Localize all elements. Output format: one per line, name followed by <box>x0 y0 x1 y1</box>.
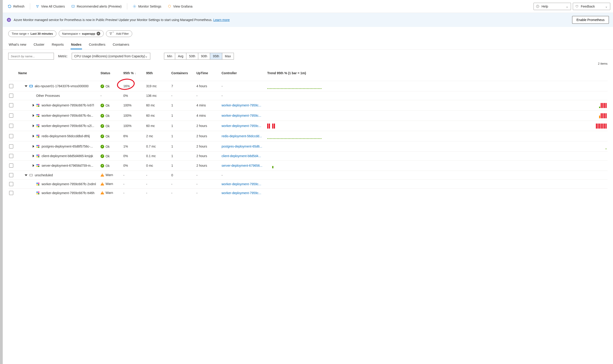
cell-trend <box>266 191 608 195</box>
table-row: worker-deployment-7959c687fc-tt46hWarn--… <box>8 188 608 197</box>
tab-reports[interactable]: Reports <box>51 41 65 49</box>
controller-link[interactable]: client-deployment-b8d5d4... <box>222 154 261 158</box>
segment-max[interactable]: Max <box>222 53 234 59</box>
view-clusters-button[interactable]: View All Clusters <box>33 3 67 10</box>
expand-toggle[interactable] <box>33 104 34 107</box>
controller-link[interactable]: worker-deployment-7959c... <box>222 191 261 195</box>
table-row: server-deployment-679656d759-m...✓Ok0%0 … <box>8 160 608 170</box>
tab-controllers[interactable]: Controllers <box>88 41 106 49</box>
monitor-settings-label: Monitor Settings <box>138 5 161 8</box>
toolbar-divider <box>30 3 30 10</box>
feedback-dropdown[interactable]: Feedback ⌄ <box>573 3 610 10</box>
cell-uptime: - <box>196 189 221 197</box>
col-trend[interactable]: Trend 95th % (1 bar = 1m) <box>266 69 608 77</box>
controller-link[interactable]: worker-deployment-7959c... <box>222 114 261 117</box>
segment-95th[interactable]: 95th <box>210 53 222 59</box>
cell-uptime: 2 hours <box>196 122 221 130</box>
row-checkbox[interactable] <box>9 134 13 138</box>
expand-toggle[interactable] <box>25 85 27 87</box>
expand-toggle[interactable] <box>33 114 34 117</box>
row-checkbox[interactable] <box>9 154 13 158</box>
view-grafana-button[interactable]: View Grafana <box>165 3 195 10</box>
svg-rect-14 <box>37 114 38 115</box>
controller-link[interactable]: worker-deployment-7959c... <box>222 124 261 128</box>
controller-link[interactable]: redis-deployment-56dccdd... <box>222 134 262 138</box>
add-filter-button[interactable]: + Add Filter <box>106 30 132 37</box>
segment-90th[interactable]: 90th <box>198 53 210 59</box>
cell-p95: 2 mc <box>145 132 170 140</box>
row-checkbox[interactable] <box>9 182 13 186</box>
col-p95pct[interactable]: 95th %↓ <box>122 69 145 77</box>
cell-p95: 0.7 mc <box>145 142 170 151</box>
monitor-settings-button[interactable]: Monitor Settings <box>130 3 164 10</box>
cell-uptime: 2 hours <box>196 152 221 160</box>
tab-cluster[interactable]: Cluster <box>33 41 45 49</box>
row-checkbox[interactable] <box>9 114 13 117</box>
time-range-pill[interactable]: Time range = Last 30 minutes <box>8 30 56 37</box>
controller-link[interactable]: server-deployment-679656... <box>222 164 262 167</box>
cell-uptime: - <box>196 171 221 179</box>
row-name: worker-deployment-7959c687fc-lv97l <box>41 104 94 107</box>
table-row: Other Processes-0%136 mc--- <box>8 91 608 100</box>
segment-50th[interactable]: 50th <box>186 53 198 59</box>
namespace-pill[interactable]: Namespace = superapp ✕ <box>59 30 104 37</box>
svg-rect-28 <box>37 147 38 148</box>
expand-toggle[interactable] <box>33 124 34 127</box>
cell-p95: 60 mc <box>145 101 170 109</box>
col-uptime[interactable]: UpTime <box>196 69 221 77</box>
row-checkbox[interactable] <box>9 191 13 195</box>
col-controller[interactable]: Controller <box>221 69 266 77</box>
search-input[interactable] <box>8 53 54 60</box>
cell-containers: 1 <box>170 111 196 120</box>
tab-containers[interactable]: Containers <box>112 41 130 49</box>
controller-link[interactable]: worker-deployment-7959c... <box>222 182 261 186</box>
expand-toggle[interactable] <box>33 145 34 148</box>
row-checkbox[interactable] <box>9 144 13 148</box>
expand-toggle[interactable] <box>25 174 27 176</box>
controller-link[interactable]: postgres-deployment-65d6... <box>222 144 262 148</box>
expand-toggle[interactable] <box>33 155 34 157</box>
tab-what-s-new[interactable]: What's new <box>8 41 27 49</box>
status-ok: ✓Ok <box>101 124 110 128</box>
status-warn: Warn <box>101 173 113 177</box>
metric-select[interactable]: CPU Usage (millicores) (computed from Ca… <box>72 53 150 60</box>
col-name[interactable]: Name <box>17 69 100 77</box>
cell-trend <box>266 141 608 151</box>
cell-p95pct: - <box>122 171 145 179</box>
row-checkbox[interactable] <box>9 94 13 98</box>
row-checkbox[interactable] <box>9 124 13 128</box>
expand-toggle[interactable] <box>33 135 34 137</box>
table-row: worker-deployment-7959c687fc-6v...✓Ok100… <box>8 110 608 121</box>
row-name: postgres-deployment-65d6f5756c-... <box>41 144 93 148</box>
segment-avg[interactable]: Avg <box>175 53 186 59</box>
table-row: worker-deployment-7959c687fc-s2l...✓Ok10… <box>8 121 608 131</box>
svg-rect-40 <box>37 183 38 184</box>
tab-nodes[interactable]: Nodes <box>71 41 82 49</box>
col-containers[interactable]: Containers <box>170 69 196 77</box>
row-checkbox[interactable] <box>9 164 13 168</box>
col-status[interactable]: Status <box>100 69 122 77</box>
expand-toggle[interactable] <box>33 164 34 167</box>
col-p95[interactable]: 95th <box>145 69 170 77</box>
cell-containers: 7 <box>170 82 196 90</box>
cell-p95pct: 16% <box>122 82 145 90</box>
enable-prometheus-button[interactable]: Enable Prometheus <box>572 16 609 24</box>
learn-more-link[interactable]: Learn more <box>213 18 230 22</box>
remove-filter-icon[interactable]: ✕ <box>97 32 100 35</box>
row-checkbox[interactable] <box>9 84 13 88</box>
cell-p95pct: 100% <box>122 122 145 130</box>
help-dropdown[interactable]: ? Help ⌄ <box>534 3 571 10</box>
controller-link[interactable]: worker-deployment-7959c... <box>222 104 261 107</box>
view-clusters-label: View All Clusters <box>41 5 65 8</box>
svg-rect-16 <box>37 116 38 117</box>
svg-rect-34 <box>37 164 38 165</box>
segment-min[interactable]: Min <box>164 53 175 59</box>
recommended-alerts-button[interactable]: Recommended alerts (Preview) <box>69 3 124 10</box>
toolbar-divider <box>127 3 127 10</box>
scrollbar-gutter[interactable] <box>0 0 3 197</box>
row-checkbox[interactable] <box>9 173 13 177</box>
refresh-button[interactable]: Refresh <box>5 3 27 10</box>
row-name: aks-npuser01-17843376-vmss000000 <box>35 84 89 88</box>
row-checkbox[interactable] <box>9 103 13 107</box>
cell-containers: 1 <box>170 161 196 170</box>
